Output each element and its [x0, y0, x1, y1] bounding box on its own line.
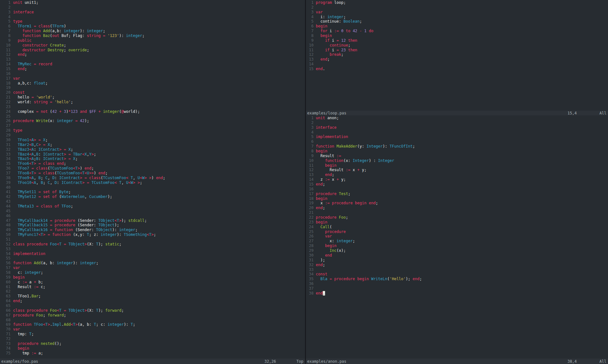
line-number: 36 — [2, 166, 11, 171]
line-number: 13 — [2, 57, 11, 62]
line-number: 8 — [307, 33, 314, 38]
line-number: 61 — [2, 285, 11, 289]
statusline-anon[interactable]: examples/anon.pas 38,4 All — [306, 359, 608, 364]
code-line: 7function MakeAdder(y: Integer): TFuncOf… — [307, 144, 608, 149]
line-number: 50 — [2, 232, 11, 237]
code-line: 74 begin — [2, 346, 305, 351]
line-number: 8 — [2, 33, 11, 38]
code-line: 2 — [307, 120, 608, 125]
code-line: 1program loop; — [307, 0, 608, 5]
code-line: 5 continue: Boolean; — [307, 19, 608, 24]
code-line: 41 TMySet11 = set of Byte; — [2, 190, 305, 194]
line-number: 72 — [2, 337, 11, 341]
statusline-foo[interactable]: examples/foo.pas 32,26 Top — [0, 359, 305, 364]
line-number: 20 — [307, 206, 314, 210]
code-line: 51 — [2, 237, 305, 242]
code-line: 22 world: string = 'hello'; — [2, 100, 305, 105]
code-line: 6 TForm1 = class(TForm) — [2, 24, 305, 29]
line-number: 19 — [307, 201, 314, 206]
code-line: 66class procedure Foo<T = TObject>(X: T)… — [2, 308, 305, 313]
code-line: 39 TFoo10<A, B; C, D: IContract> = TCust… — [2, 180, 305, 185]
line-number: 11 — [2, 48, 11, 53]
line-number: 12 — [307, 52, 314, 57]
line-number: 58 — [2, 270, 11, 275]
code-line: 5type — [2, 19, 305, 24]
line-number: 67 — [2, 313, 11, 318]
line-number: 36 — [307, 281, 314, 286]
code-line: 4 i: integer; — [307, 15, 608, 19]
code-line: 48 TMyCallback15 = procedure (Sender: TO… — [2, 223, 305, 228]
code-line: 9 Result := — [307, 154, 608, 158]
line-number: 59 — [2, 275, 11, 280]
line-number: 30 — [307, 253, 314, 258]
code-line: 29 Inc(x); — [307, 248, 608, 253]
line-number: 22 — [2, 100, 11, 105]
line-number: 2 — [307, 5, 314, 10]
line-number: 11 — [307, 163, 314, 168]
line-number: 53 — [2, 247, 11, 251]
line-number: 23 — [2, 105, 11, 109]
line-number: 38 — [307, 291, 314, 296]
line-number: 64 — [2, 299, 11, 303]
code-line: 28type — [2, 128, 305, 133]
code-line: 19 x := procedure begin end; — [307, 201, 608, 206]
line-number: 23 — [307, 220, 314, 225]
code-line: 59begin — [2, 275, 305, 280]
line-number: 48 — [2, 223, 11, 228]
line-number: 13 — [307, 172, 314, 177]
line-number: 42 — [2, 194, 11, 199]
editor-pane-loop[interactable]: 1program loop;23var4 i: integer;5 contin… — [306, 0, 608, 111]
line-number: 15 — [2, 67, 11, 71]
code-line: 46 — [2, 214, 305, 218]
code-line: 23 — [2, 105, 305, 109]
code-line: 10 constructor Create; — [2, 43, 305, 48]
code-line: 71 tmp: T; — [2, 332, 305, 337]
statusline-ruler: 32,26 — [264, 359, 294, 364]
line-number: 69 — [2, 322, 11, 327]
statusline-filename: examples/foo.pas — [1, 359, 38, 364]
code-line: 65 — [2, 303, 305, 308]
line-number: 65 — [2, 303, 11, 308]
line-number: 13 — [307, 57, 314, 62]
code-line: 24 Call( — [307, 225, 608, 229]
code-line: 43 — [2, 199, 305, 204]
line-number: 56 — [2, 261, 11, 266]
code-line: 64end; — [2, 299, 305, 303]
line-number: 21 — [2, 95, 11, 100]
line-number: 15 — [307, 182, 314, 187]
line-number: 63 — [2, 294, 11, 299]
line-number: 70 — [2, 327, 11, 332]
line-number: 35 — [2, 161, 11, 166]
code-line: 58 c: integer; — [2, 270, 305, 275]
code-line: 4 — [2, 15, 305, 19]
code-line: 6 — [307, 139, 608, 144]
code-line: 20end; — [307, 206, 608, 210]
code-line: 27 — [2, 123, 305, 128]
line-number: 16 — [2, 71, 11, 76]
code-line: 15end. — [307, 67, 608, 71]
line-number: 1 — [307, 116, 314, 120]
line-number: 6 — [307, 139, 314, 144]
line-number: 4 — [307, 15, 314, 19]
line-number: 27 — [2, 123, 11, 128]
code-line: 35 TFoo6<T> = class end; — [2, 161, 305, 166]
code-line: 1unit anon; — [307, 116, 608, 120]
code-line: 34const — [307, 272, 608, 277]
editor-pane-anon[interactable]: 1unit anon;23interface45implementation67… — [306, 115, 608, 359]
code-line: 11 destructor Destroy; override; — [2, 48, 305, 53]
code-line: 70var — [2, 327, 305, 332]
line-number: 10 — [307, 158, 314, 163]
statusline-ruler: 15,4 — [567, 111, 597, 115]
line-number: 24 — [2, 109, 11, 114]
code-line: 7 function Add(a,b: integer): integer; — [2, 29, 305, 33]
line-number: 3 — [2, 10, 11, 15]
code-line: 31 ); — [307, 258, 608, 263]
code-line: 6begin — [307, 24, 608, 29]
line-number: 26 — [2, 119, 11, 123]
line-number: 28 — [307, 244, 314, 248]
line-number: 40 — [2, 185, 11, 190]
statusline-loop[interactable]: examples/loop.pas 15,4 All — [306, 111, 608, 115]
code-line: 31 TBar2<B,C> = X; — [2, 142, 305, 147]
editor-pane-foo[interactable]: 1unit unit1;23interface45type6 TForm1 = … — [0, 0, 305, 359]
line-number: 1 — [2, 0, 11, 5]
